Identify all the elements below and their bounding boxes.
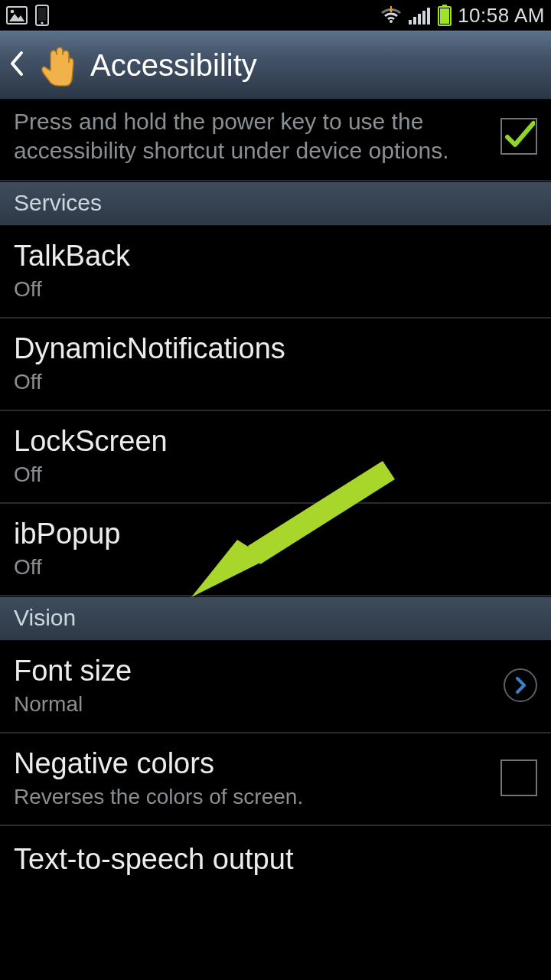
- status-clock: 10:58 AM: [458, 4, 545, 28]
- vision-tts[interactable]: Text-to-speech output: [0, 826, 551, 876]
- item-status: Normal: [14, 692, 132, 717]
- phone-icon: [35, 5, 49, 26]
- svg-point-2: [11, 10, 15, 14]
- negative-colors-checkbox[interactable]: [500, 760, 537, 796]
- svg-point-5: [41, 21, 43, 24]
- wifi-icon: [380, 6, 403, 24]
- vision-negative-colors[interactable]: Negative colors Reverses the colors of s…: [0, 733, 551, 826]
- accessibility-hand-icon: [35, 43, 80, 87]
- svg-rect-10: [418, 14, 421, 24]
- chevron-right-icon[interactable]: [504, 668, 537, 702]
- signal-icon: [409, 6, 432, 24]
- item-title: Negative colors: [14, 747, 303, 780]
- power-shortcut-checkbox[interactable]: [500, 118, 537, 155]
- svg-rect-4: [38, 8, 46, 21]
- item-title: TalkBack: [14, 240, 130, 273]
- power-shortcut-row[interactable]: Press and hold the power key to use the …: [0, 100, 551, 181]
- item-title: ibPopup: [14, 518, 120, 550]
- battery-icon: [438, 5, 452, 26]
- page-title: Accessibility: [90, 48, 257, 83]
- svg-rect-9: [413, 17, 416, 24]
- power-shortcut-description: Press and hold the power key to use the …: [14, 107, 500, 166]
- item-title: DynamicNotifications: [14, 332, 285, 365]
- item-title: Font size: [14, 655, 132, 688]
- section-header-services: Services: [0, 181, 551, 226]
- item-title: Text-to-speech output: [14, 843, 293, 876]
- svg-marker-1: [9, 14, 24, 21]
- svg-rect-11: [422, 11, 425, 24]
- action-bar[interactable]: Accessibility: [0, 31, 551, 100]
- item-status: Off: [14, 462, 168, 487]
- svg-point-6: [390, 20, 393, 23]
- service-dynamicnotifications[interactable]: DynamicNotifications Off: [0, 318, 551, 411]
- vision-font-size[interactable]: Font size Normal: [0, 641, 551, 733]
- back-icon[interactable]: [8, 50, 24, 80]
- item-status: Off: [14, 277, 130, 302]
- item-status: Off: [14, 370, 285, 394]
- service-lockscreen[interactable]: LockScreen Off: [0, 411, 551, 504]
- item-status: Off: [14, 555, 120, 580]
- gallery-icon: [6, 6, 28, 24]
- section-header-vision: Vision: [0, 596, 551, 641]
- settings-list[interactable]: Press and hold the power key to use the …: [0, 100, 551, 980]
- svg-rect-12: [427, 8, 430, 24]
- status-bar: 10:58 AM: [0, 0, 551, 31]
- svg-rect-8: [409, 20, 412, 24]
- svg-rect-15: [440, 8, 449, 24]
- service-ibpopup[interactable]: ibPopup Off: [0, 504, 551, 596]
- item-title: LockScreen: [14, 425, 168, 458]
- service-talkback[interactable]: TalkBack Off: [0, 226, 551, 318]
- item-subtitle: Reverses the colors of screen.: [14, 785, 303, 809]
